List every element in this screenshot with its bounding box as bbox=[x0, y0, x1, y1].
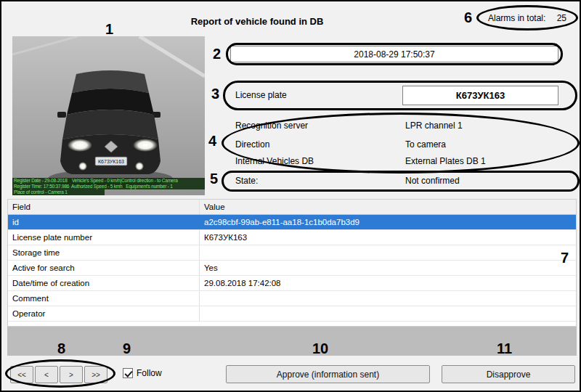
annotation-2: 2 bbox=[213, 46, 221, 62]
table-row-active-for-search[interactable]: Active for search Yes bbox=[8, 261, 576, 276]
photo-caption-line2: Register Time: 17:50:37.986 Authorized S… bbox=[12, 184, 205, 189]
direction-label: Direction bbox=[235, 139, 269, 150]
table-row-id[interactable]: id a2c98cbf-99ab-e811-aa18-1c1b0da7b3d9 bbox=[8, 215, 576, 230]
photo-caption-overlay: Register Date - 29-08-2018 Vehicle's Spe… bbox=[12, 178, 205, 195]
record-table: Field Value id a2c98cbf-99ab-e811-aa18-1… bbox=[7, 199, 577, 327]
license-plate-field: К673УК163 bbox=[402, 86, 558, 105]
recognition-server-value: LPR channel 1 bbox=[405, 121, 463, 131]
cell-value: 29.08.2018 17:42:08 bbox=[200, 276, 576, 290]
table-header-value: Value bbox=[200, 200, 576, 214]
table-row-plate-number[interactable]: License plate number К673УК163 bbox=[8, 230, 576, 245]
follow-checkbox[interactable]: Follow bbox=[123, 368, 162, 378]
internal-db-label: Internal Vehicles DB bbox=[235, 156, 314, 166]
photo-plate-text: К673УК163 bbox=[98, 159, 124, 164]
cell-field: Comment bbox=[8, 291, 200, 306]
page-title: Report of vehicle found in DB bbox=[1, 16, 513, 27]
alarms-total-value: 25 bbox=[557, 13, 566, 23]
cell-field: License plate number bbox=[8, 230, 200, 245]
cell-field: id bbox=[8, 215, 200, 229]
nav-first-button[interactable]: << bbox=[10, 366, 33, 383]
nav-prev-button[interactable]: < bbox=[35, 366, 58, 383]
photo-caption-line3: Place of control - Camera 1 bbox=[12, 189, 105, 195]
vehicle-photo-image: К673УК163 bbox=[12, 36, 205, 195]
alarms-total-label: Alarms in total: bbox=[488, 13, 545, 23]
cell-field: Active for search bbox=[8, 261, 200, 275]
annotation-5: 5 bbox=[210, 171, 218, 187]
table-header-row: Field Value bbox=[8, 200, 576, 215]
vehicle-photo: К673УК163 Register Date - 29-08-2018 Veh… bbox=[12, 36, 205, 195]
follow-checkbox-box[interactable] bbox=[123, 368, 133, 378]
table-row-operator[interactable]: Operator bbox=[8, 306, 576, 322]
follow-checkbox-label: Follow bbox=[137, 368, 162, 378]
annotation-3: 3 bbox=[211, 86, 219, 102]
report-window: Report of vehicle found in DB Alarms in … bbox=[0, 0, 581, 392]
disapprove-button[interactable]: Disapprove bbox=[442, 365, 575, 383]
cell-value: a2c98cbf-99ab-e811-aa18-1c1b0da7b3d9 bbox=[200, 215, 576, 229]
datetime-field: 2018-08-29 17:50:37 bbox=[230, 46, 558, 62]
cell-field: Date/time of creation bbox=[8, 276, 200, 290]
table-header-field: Field bbox=[8, 200, 200, 214]
recognition-server-label: Recognition server bbox=[235, 121, 308, 131]
alarms-total: Alarms in total: 25 bbox=[481, 8, 575, 28]
annotation-oval-state bbox=[222, 171, 580, 192]
cell-value: Yes bbox=[200, 261, 576, 275]
annotation-4: 4 bbox=[208, 133, 216, 150]
table-row-comment[interactable]: Comment bbox=[8, 291, 576, 306]
photo-caption-line1: Register Date - 29-08-2018 Vehicle's Spe… bbox=[12, 178, 205, 184]
nav-last-button[interactable]: >> bbox=[84, 366, 107, 383]
approve-button[interactable]: Approve (information sent) bbox=[226, 365, 430, 383]
table-row-storage-time[interactable]: Storage time bbox=[8, 245, 576, 261]
state-label: State: bbox=[235, 176, 258, 186]
internal-db-value: External Plates DB 1 bbox=[405, 156, 486, 166]
direction-value: To camera bbox=[405, 139, 446, 150]
cell-field: Storage time bbox=[8, 245, 200, 260]
cell-value bbox=[200, 245, 576, 260]
nav-next-button[interactable]: > bbox=[60, 366, 83, 383]
state-value: Not confirmed bbox=[405, 176, 460, 186]
license-plate-label: License plate bbox=[235, 90, 287, 100]
cell-field: Operator bbox=[8, 306, 200, 321]
empty-panel bbox=[7, 327, 577, 356]
cell-value bbox=[200, 306, 576, 321]
cell-value bbox=[200, 291, 576, 306]
cell-value: К673УК163 bbox=[200, 230, 576, 245]
table-row-creation-date[interactable]: Date/time of creation 29.08.2018 17:42:0… bbox=[8, 276, 576, 291]
